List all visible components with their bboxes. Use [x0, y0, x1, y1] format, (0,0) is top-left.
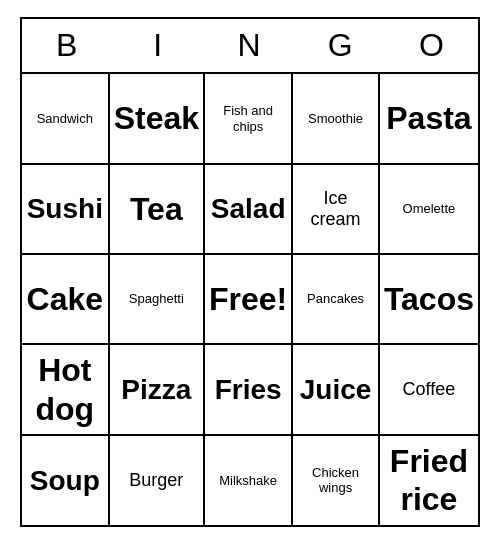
bingo-cell-0: Sandwich [22, 74, 109, 164]
bingo-cell-15: Hot dog [22, 344, 109, 435]
bingo-cell-6: Tea [109, 164, 204, 254]
bingo-cell-17: Fries [204, 344, 292, 435]
bingo-cell-7: Salad [204, 164, 292, 254]
bingo-cell-21: Burger [109, 435, 204, 525]
bingo-cell-11: Spaghetti [109, 254, 204, 344]
bingo-card: BINGO SandwichSteakFish and chipsSmoothi… [20, 17, 480, 527]
header-letter-N: N [204, 19, 295, 72]
bingo-cell-2: Fish and chips [204, 74, 292, 164]
bingo-cell-5: Sushi [22, 164, 109, 254]
bingo-cell-24: Fried rice [379, 435, 478, 525]
bingo-cell-23: Chicken wings [292, 435, 379, 525]
header-letter-G: G [296, 19, 387, 72]
bingo-cell-4: Pasta [379, 74, 478, 164]
bingo-cell-16: Pizza [109, 344, 204, 435]
bingo-cell-20: Soup [22, 435, 109, 525]
header-letter-B: B [22, 19, 113, 72]
bingo-cell-22: Milkshake [204, 435, 292, 525]
bingo-cell-9: Omelette [379, 164, 478, 254]
bingo-cell-19: Coffee [379, 344, 478, 435]
header-letter-I: I [113, 19, 204, 72]
bingo-cell-13: Pancakes [292, 254, 379, 344]
bingo-cell-14: Tacos [379, 254, 478, 344]
bingo-header: BINGO [22, 19, 478, 74]
bingo-cell-12: Free! [204, 254, 292, 344]
bingo-grid: SandwichSteakFish and chipsSmoothiePasta… [22, 74, 478, 525]
bingo-cell-18: Juice [292, 344, 379, 435]
header-letter-O: O [387, 19, 478, 72]
bingo-cell-1: Steak [109, 74, 204, 164]
bingo-cell-3: Smoothie [292, 74, 379, 164]
bingo-cell-8: Ice cream [292, 164, 379, 254]
bingo-cell-10: Cake [22, 254, 109, 344]
